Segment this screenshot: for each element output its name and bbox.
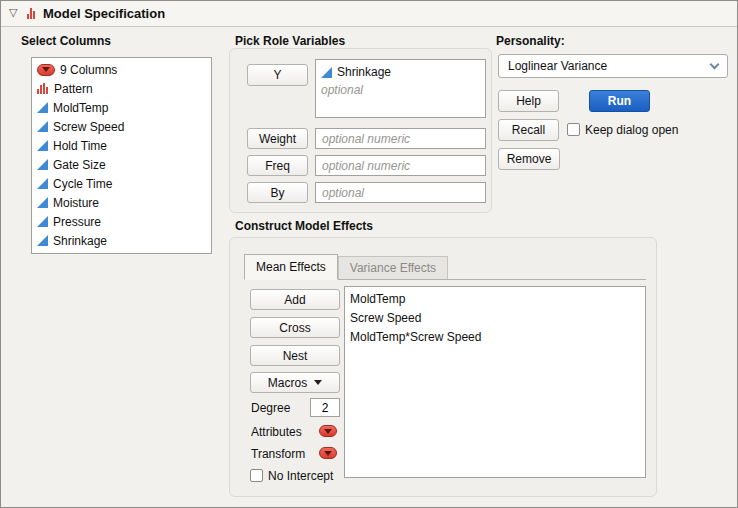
degree-label: Degree <box>251 401 290 415</box>
y-variable[interactable]: Shrinkage <box>337 65 391 79</box>
column-item[interactable]: Gate Size <box>32 155 211 174</box>
remove-button[interactable]: Remove <box>498 148 560 170</box>
keep-dialog-open-label: Keep dialog open <box>585 123 678 137</box>
weight-placeholder: optional numeric <box>322 132 410 146</box>
roles-panel: Y Shrinkage optional Weight optional num… <box>229 48 492 213</box>
effects-tabstrip: Mean Effects Variance Effects <box>244 253 646 280</box>
column-item-label: MoldTemp <box>53 101 108 115</box>
continuous-icon <box>321 67 332 78</box>
effect-item[interactable]: Screw Speed <box>345 308 645 327</box>
column-item-label: Pattern <box>54 82 93 96</box>
column-item[interactable]: Cycle Time <box>32 174 211 193</box>
continuous-icon <box>37 121 48 132</box>
model-specification-dialog: ▽ Model Specification Select Columns 9 C… <box>0 0 738 508</box>
columns-count-label: 9 Columns <box>60 63 117 77</box>
chevron-down-icon <box>710 59 720 69</box>
tab-variance-effects[interactable]: Variance Effects <box>338 256 448 279</box>
no-intercept-checkbox[interactable] <box>250 469 263 482</box>
freq-placeholder: optional numeric <box>322 159 410 173</box>
by-role-button[interactable]: By <box>247 182 308 203</box>
dropdown-arrow-icon <box>314 380 322 385</box>
pick-role-variables-heading: Pick Role Variables <box>235 34 345 48</box>
effect-item-label: Screw Speed <box>350 311 421 325</box>
column-item-label: Screw Speed <box>53 120 124 134</box>
column-item-label: Shrinkage <box>53 234 107 248</box>
histogram-icon <box>37 83 49 94</box>
keep-dialog-open-checkbox[interactable] <box>567 123 580 136</box>
column-item-label: Moisture <box>53 196 99 210</box>
column-item-label: Gate Size <box>53 158 106 172</box>
tab-mean-effects[interactable]: Mean Effects <box>244 254 338 280</box>
transform-red-triangle-icon[interactable] <box>319 447 337 459</box>
continuous-icon <box>37 216 48 227</box>
columns-listbox[interactable]: 9 Columns Pattern MoldTemp Screw Speed H… <box>31 57 212 254</box>
column-item[interactable]: Screw Speed <box>32 117 211 136</box>
column-item[interactable]: Moisture <box>32 193 211 212</box>
continuous-icon <box>37 140 48 151</box>
degree-input[interactable] <box>310 398 340 417</box>
no-intercept-label: No Intercept <box>268 469 333 483</box>
continuous-icon <box>37 102 48 113</box>
column-item-label: Cycle Time <box>53 177 112 191</box>
personality-heading: Personality: <box>496 34 565 48</box>
continuous-icon <box>37 235 48 246</box>
macros-button[interactable]: Macros <box>250 372 340 393</box>
dialog-title: Model Specification <box>43 6 165 21</box>
continuous-icon <box>37 197 48 208</box>
run-button[interactable]: Run <box>589 90 650 112</box>
columns-count-row[interactable]: 9 Columns <box>32 60 211 79</box>
column-item[interactable]: Pressure <box>32 212 211 231</box>
effect-item[interactable]: MoldTemp <box>345 289 645 308</box>
freq-drop-field[interactable]: optional numeric <box>315 155 486 176</box>
effect-item-label: MoldTemp*Screw Speed <box>350 330 481 344</box>
column-item[interactable]: Hold Time <box>32 136 211 155</box>
transform-label: Transform <box>251 447 305 461</box>
y-optional-placeholder: optional <box>321 83 363 97</box>
y-role-button[interactable]: Y <box>247 64 308 86</box>
titlebar: ▽ Model Specification <box>1 1 737 27</box>
personality-selected-value: Loglinear Variance <box>508 59 607 73</box>
weight-role-button[interactable]: Weight <box>247 128 308 149</box>
continuous-icon <box>37 159 48 170</box>
column-item[interactable]: Shrinkage <box>32 231 211 250</box>
column-item-label: Pressure <box>53 215 101 229</box>
by-placeholder: optional <box>322 186 364 200</box>
nest-button[interactable]: Nest <box>250 345 340 366</box>
continuous-icon <box>37 178 48 189</box>
attributes-red-triangle-icon[interactable] <box>319 425 337 437</box>
columns-menu-red-triangle-icon[interactable] <box>37 64 55 76</box>
effect-item[interactable]: MoldTemp*Screw Speed <box>345 327 645 346</box>
model-effects-listbox[interactable]: MoldTemp Screw Speed MoldTemp*Screw Spee… <box>344 286 646 478</box>
add-button[interactable]: Add <box>250 289 340 310</box>
help-button[interactable]: Help <box>498 90 559 112</box>
personality-dropdown[interactable]: Loglinear Variance <box>498 54 728 78</box>
recall-button[interactable]: Recall <box>498 119 559 141</box>
select-columns-heading: Select Columns <box>21 34 111 48</box>
column-item-label: Hold Time <box>53 139 107 153</box>
construct-model-effects-heading: Construct Model Effects <box>235 219 373 233</box>
collapse-disclosure-triangle-icon[interactable]: ▽ <box>9 6 17 19</box>
by-drop-field[interactable]: optional <box>315 182 486 203</box>
macros-button-label: Macros <box>268 376 307 390</box>
column-item[interactable]: Pattern <box>32 79 211 98</box>
y-drop-zone[interactable]: Shrinkage optional <box>315 59 486 118</box>
cross-button[interactable]: Cross <box>250 317 340 338</box>
effect-item-label: MoldTemp <box>350 292 405 306</box>
model-specification-icon <box>27 8 35 19</box>
column-item[interactable]: MoldTemp <box>32 98 211 117</box>
weight-drop-field[interactable]: optional numeric <box>315 128 486 149</box>
attributes-label: Attributes <box>251 425 302 439</box>
effects-panel: Mean Effects Variance Effects Add Cross … <box>229 237 657 497</box>
freq-role-button[interactable]: Freq <box>247 155 308 176</box>
